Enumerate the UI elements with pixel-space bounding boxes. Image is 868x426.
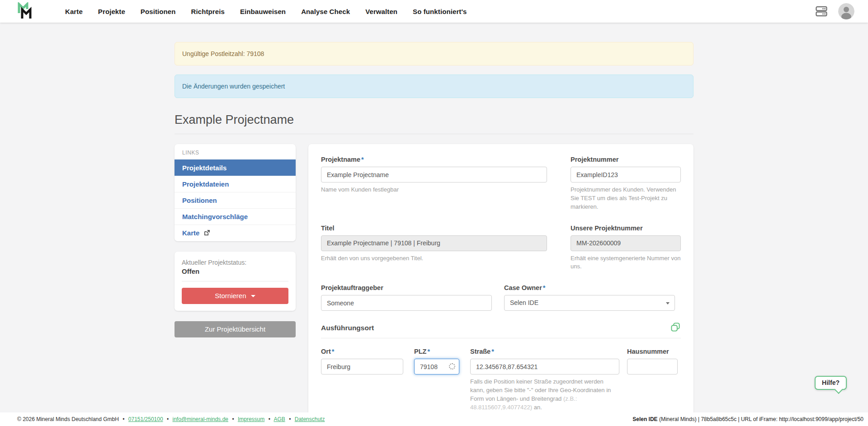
page-title: Example Projectname xyxy=(175,113,693,134)
unsere-projektnummer-label: Unsere Projektnummer xyxy=(571,225,681,232)
required-marker: * xyxy=(361,156,364,163)
ort-label: Ort* xyxy=(321,348,403,355)
nav-item-karte[interactable]: Karte xyxy=(65,8,83,15)
caret-down-icon xyxy=(251,295,255,297)
footer-separator: • xyxy=(123,416,124,422)
top-navbar: Karte Projekte Positionen Richtpreis Ein… xyxy=(0,0,868,23)
footer-session-info: Selen IDE (Mineral Minds) | 78b5a8b65c5c… xyxy=(632,416,863,422)
projektname-input[interactable] xyxy=(321,167,547,183)
footer-email-link[interactable]: info@mineral-minds.de xyxy=(172,416,228,422)
sidebar-item-karte[interactable]: Karte xyxy=(175,225,296,241)
sidebar-item-matchingvorschlaege[interactable]: Matchingvorschläge xyxy=(175,208,296,225)
ausfuehrungsort-heading-text: Ausführungsort xyxy=(321,324,374,332)
warning-alert-text: Ungültige Postleitzahl: 79108 xyxy=(182,50,264,57)
projektnummer-help: Projektnummer des Kunden. Verwenden Sie … xyxy=(571,186,681,211)
strasse-help: Falls die Position keiner Straße zugeord… xyxy=(470,378,619,412)
links-panel: LINKS Projektdetails Projektdateien Posi… xyxy=(175,144,296,241)
footer-separator: • xyxy=(232,416,234,422)
nav-item-so-funktionierts[interactable]: So funktioniert's xyxy=(413,8,467,15)
projektname-help: Name vom Kunden festlegbar xyxy=(321,186,547,194)
plz-label: PLZ* xyxy=(414,348,459,355)
strasse-input[interactable] xyxy=(470,359,619,375)
nav-item-analyse-check[interactable]: Analyse Check xyxy=(301,8,350,15)
links-panel-header: LINKS xyxy=(175,144,296,159)
info-alert: Die Änderungen wurden gespeichert xyxy=(175,75,693,98)
footer-separator: • xyxy=(167,416,169,422)
footer-user-name: Selen IDE xyxy=(632,416,657,422)
unsere-projektnummer-input xyxy=(571,235,681,251)
nav-item-verwalten[interactable]: Verwalten xyxy=(365,8,397,15)
footer-separator: • xyxy=(289,416,291,422)
ausfuehrungsort-section-heading: Ausführungsort xyxy=(321,324,681,338)
navbar-right xyxy=(816,3,854,19)
titel-input xyxy=(321,235,547,251)
case-owner-select[interactable]: Selen IDE xyxy=(504,295,675,311)
strasse-label: Straße* xyxy=(470,348,619,355)
footer-copyright: © 2026 Mineral Minds Deutschland GmbH xyxy=(17,416,119,422)
footer: © 2026 Mineral Minds Deutschland GmbH • … xyxy=(0,412,868,426)
projektnummer-input[interactable] xyxy=(571,167,681,183)
page-container: Ungültige Postleitzahl: 79108 Die Änderu… xyxy=(175,23,693,426)
projektauftraggeber-label: Projektauftraggeber xyxy=(321,284,492,291)
hilfe-button[interactable]: Hilfe? xyxy=(815,376,847,390)
mineral-minds-logo-icon[interactable] xyxy=(16,2,34,20)
ort-label-text: Ort xyxy=(321,348,331,355)
zur-projektuebersicht-button[interactable]: Zur Projektübersicht xyxy=(175,321,296,337)
project-form-card: Projektname* Name vom Kunden festlegbar … xyxy=(308,144,693,426)
strasse-help-suffix: an. xyxy=(532,404,542,411)
hausnummer-label: Hausnummer xyxy=(627,348,678,355)
strasse-help-main: Falls die Position keiner Straße zugeord… xyxy=(470,378,611,402)
footer-separator: • xyxy=(269,416,270,422)
status-panel: Aktueller Projektstatus: Offen Storniere… xyxy=(175,252,296,311)
user-avatar-icon[interactable] xyxy=(838,3,854,19)
footer-impressum-link[interactable]: Impressum xyxy=(238,416,264,422)
stornieren-button-label: Stornieren xyxy=(215,292,246,300)
case-owner-selected-value: Selen IDE xyxy=(510,299,538,306)
external-link-icon xyxy=(204,229,210,237)
nav-item-einbauweisen[interactable]: Einbauweisen xyxy=(240,8,286,15)
sidebar: LINKS Projektdetails Projektdateien Posi… xyxy=(175,144,296,337)
nav-item-richtpreis[interactable]: Richtpreis xyxy=(191,8,225,15)
required-marker: * xyxy=(332,348,335,355)
titel-help: Erhält den von uns vorgegebenen Titel. xyxy=(321,254,547,263)
sidebar-item-projektdateien[interactable]: Projektdateien xyxy=(175,176,296,192)
projektname-label: Projektname* xyxy=(321,156,547,163)
footer-session-details: (Mineral Minds) | 78b5a8b65c5c | URL of … xyxy=(658,416,863,422)
server-icon[interactable] xyxy=(816,6,827,17)
footer-phone-link[interactable]: 07151/250100 xyxy=(128,416,163,422)
sidebar-item-projektdetails[interactable]: Projektdetails xyxy=(175,159,296,176)
titel-label: Titel xyxy=(321,225,547,232)
sidebar-item-positionen[interactable]: Positionen xyxy=(175,192,296,208)
nav-item-projekte[interactable]: Projekte xyxy=(98,8,125,15)
unsere-projektnummer-help: Erhält eine systemgenerierte Nummer von … xyxy=(571,254,681,272)
projektnummer-label: Projektnummer xyxy=(571,156,681,163)
projektauftraggeber-input[interactable] xyxy=(321,295,492,311)
info-alert-text: Die Änderungen wurden gespeichert xyxy=(182,83,285,90)
required-marker: * xyxy=(543,284,546,291)
plz-label-text: PLZ xyxy=(414,348,426,355)
footer-left: © 2026 Mineral Minds Deutschland GmbH • … xyxy=(17,416,325,422)
projektname-label-text: Projektname xyxy=(321,156,360,163)
status-label: Aktueller Projektstatus: xyxy=(182,259,288,266)
status-value: Offen xyxy=(182,267,288,275)
main-nav: Karte Projekte Positionen Richtpreis Ein… xyxy=(65,8,467,15)
footer-datenschutz-link[interactable]: Datenschutz xyxy=(295,416,325,422)
status-divider xyxy=(182,281,288,281)
required-marker: * xyxy=(491,348,494,355)
sidebar-item-karte-label: Karte xyxy=(182,229,199,237)
case-owner-label-text: Case Owner xyxy=(504,284,542,291)
hausnummer-input[interactable] xyxy=(627,359,678,375)
strasse-label-text: Straße xyxy=(470,348,491,355)
case-owner-label: Case Owner* xyxy=(504,284,675,291)
stornieren-button[interactable]: Stornieren xyxy=(182,288,288,304)
footer-agb-link[interactable]: AGB xyxy=(274,416,285,422)
warning-alert: Ungültige Postleitzahl: 79108 xyxy=(175,42,693,66)
nav-item-positionen[interactable]: Positionen xyxy=(141,8,176,15)
required-marker: * xyxy=(427,348,430,355)
copy-icon[interactable] xyxy=(670,322,681,334)
ort-input[interactable] xyxy=(321,359,403,375)
